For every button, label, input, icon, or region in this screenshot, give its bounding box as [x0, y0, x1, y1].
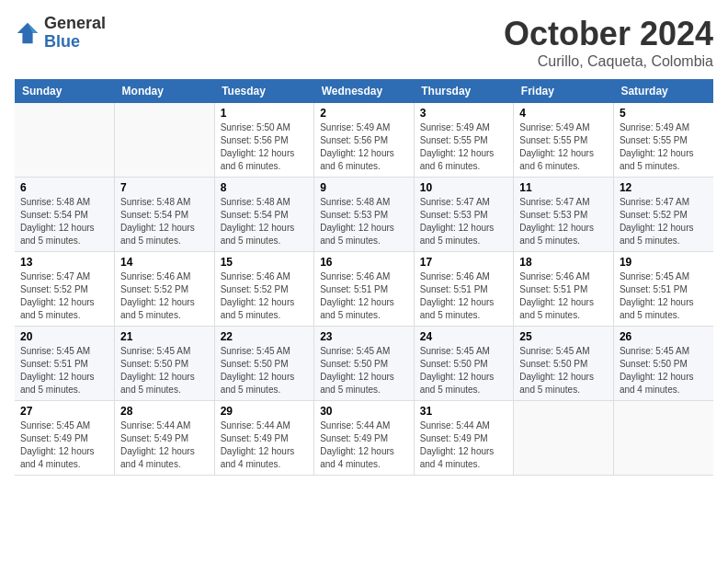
day-info: Sunrise: 5:49 AMSunset: 5:55 PMDaylight:… — [519, 121, 608, 173]
day-number: 24 — [420, 330, 508, 343]
day-info: Sunrise: 5:45 AMSunset: 5:51 PMDaylight:… — [20, 345, 108, 396]
day-number: 26 — [620, 330, 708, 343]
day-info: Sunrise: 5:48 AMSunset: 5:54 PMDaylight:… — [20, 196, 108, 247]
calendar-cell: 21Sunrise: 5:45 AMSunset: 5:50 PMDayligh… — [115, 327, 215, 401]
day-number: 23 — [320, 330, 408, 343]
calendar-cell — [613, 401, 713, 476]
day-info: Sunrise: 5:47 AMSunset: 5:53 PMDaylight:… — [420, 196, 508, 247]
calendar-cell: 16Sunrise: 5:46 AMSunset: 5:51 PMDayligh… — [314, 252, 415, 327]
day-info: Sunrise: 5:44 AMSunset: 5:49 PMDaylight:… — [120, 419, 209, 471]
day-number: 21 — [120, 330, 209, 343]
day-info: Sunrise: 5:46 AMSunset: 5:51 PMDaylight:… — [519, 270, 608, 322]
calendar-cell: 1Sunrise: 5:50 AMSunset: 5:56 PMDaylight… — [214, 103, 314, 178]
day-number: 3 — [420, 107, 508, 120]
calendar-cell: 29Sunrise: 5:44 AMSunset: 5:49 PMDayligh… — [214, 401, 314, 476]
day-info: Sunrise: 5:48 AMSunset: 5:53 PMDaylight:… — [320, 196, 408, 247]
day-info: Sunrise: 5:47 AMSunset: 5:53 PMDaylight:… — [519, 196, 608, 247]
calendar-cell: 14Sunrise: 5:46 AMSunset: 5:52 PMDayligh… — [115, 252, 215, 327]
calendar-cell — [115, 103, 215, 178]
calendar-cell: 19Sunrise: 5:45 AMSunset: 5:51 PMDayligh… — [613, 252, 713, 327]
day-number: 19 — [620, 256, 708, 269]
calendar-cell: 24Sunrise: 5:45 AMSunset: 5:50 PMDayligh… — [414, 327, 514, 401]
col-wednesday: Wednesday — [314, 79, 415, 103]
day-info: Sunrise: 5:46 AMSunset: 5:51 PMDaylight:… — [420, 270, 508, 322]
col-sunday: Sunday — [15, 79, 115, 103]
calendar-cell: 2Sunrise: 5:49 AMSunset: 5:56 PMDaylight… — [314, 103, 415, 178]
day-info: Sunrise: 5:45 AMSunset: 5:50 PMDaylight:… — [519, 345, 608, 396]
day-number: 1 — [221, 107, 309, 120]
day-number: 13 — [20, 256, 108, 269]
day-number: 9 — [320, 181, 408, 194]
day-info: Sunrise: 5:47 AMSunset: 5:52 PMDaylight:… — [620, 196, 708, 247]
day-number: 15 — [221, 256, 309, 269]
calendar-cell: 27Sunrise: 5:45 AMSunset: 5:49 PMDayligh… — [15, 401, 115, 476]
day-info: Sunrise: 5:45 AMSunset: 5:50 PMDaylight:… — [120, 345, 209, 396]
calendar-cell: 6Sunrise: 5:48 AMSunset: 5:54 PMDaylight… — [15, 178, 115, 252]
calendar-week-5: 27Sunrise: 5:45 AMSunset: 5:49 PMDayligh… — [15, 401, 713, 476]
logo-blue-text: Blue — [44, 33, 106, 52]
day-number: 28 — [120, 405, 209, 418]
day-info: Sunrise: 5:46 AMSunset: 5:52 PMDaylight:… — [221, 270, 309, 322]
calendar-cell — [15, 103, 115, 178]
calendar-header: Sunday Monday Tuesday Wednesday Thursday… — [15, 79, 713, 103]
day-number: 25 — [519, 330, 608, 343]
calendar-cell: 20Sunrise: 5:45 AMSunset: 5:51 PMDayligh… — [15, 327, 115, 401]
day-number: 16 — [320, 256, 408, 269]
day-info: Sunrise: 5:47 AMSunset: 5:52 PMDaylight:… — [20, 270, 108, 322]
day-info: Sunrise: 5:49 AMSunset: 5:56 PMDaylight:… — [320, 121, 408, 173]
day-number: 7 — [120, 181, 209, 194]
day-number: 5 — [620, 107, 708, 120]
calendar-cell: 9Sunrise: 5:48 AMSunset: 5:53 PMDaylight… — [314, 178, 415, 252]
day-number: 30 — [320, 405, 408, 418]
col-saturday: Saturday — [613, 79, 713, 103]
calendar-cell: 3Sunrise: 5:49 AMSunset: 5:55 PMDaylight… — [414, 103, 514, 178]
calendar-cell: 4Sunrise: 5:49 AMSunset: 5:55 PMDaylight… — [514, 103, 614, 178]
day-info: Sunrise: 5:45 AMSunset: 5:50 PMDaylight:… — [620, 345, 708, 396]
calendar-cell: 5Sunrise: 5:49 AMSunset: 5:55 PMDaylight… — [613, 103, 713, 178]
col-friday: Friday — [514, 79, 614, 103]
header-row: Sunday Monday Tuesday Wednesday Thursday… — [15, 79, 713, 103]
calendar-cell: 22Sunrise: 5:45 AMSunset: 5:50 PMDayligh… — [214, 327, 314, 401]
calendar-week-4: 20Sunrise: 5:45 AMSunset: 5:51 PMDayligh… — [15, 327, 713, 401]
day-number: 10 — [420, 181, 508, 194]
calendar-cell: 18Sunrise: 5:46 AMSunset: 5:51 PMDayligh… — [514, 252, 614, 327]
day-info: Sunrise: 5:44 AMSunset: 5:49 PMDaylight:… — [320, 419, 408, 471]
calendar-cell: 12Sunrise: 5:47 AMSunset: 5:52 PMDayligh… — [613, 178, 713, 252]
page-header: General Blue October 2024 Curillo, Caque… — [15, 15, 713, 70]
title-area: October 2024 Curillo, Caqueta, Colombia — [504, 15, 713, 70]
day-number: 12 — [620, 181, 708, 194]
day-number: 6 — [20, 181, 108, 194]
calendar-cell: 17Sunrise: 5:46 AMSunset: 5:51 PMDayligh… — [414, 252, 514, 327]
calendar-week-3: 13Sunrise: 5:47 AMSunset: 5:52 PMDayligh… — [15, 252, 713, 327]
month-title: October 2024 — [504, 15, 713, 53]
calendar-cell: 8Sunrise: 5:48 AMSunset: 5:54 PMDaylight… — [214, 178, 314, 252]
calendar-cell: 28Sunrise: 5:44 AMSunset: 5:49 PMDayligh… — [115, 401, 215, 476]
col-monday: Monday — [115, 79, 215, 103]
day-number: 27 — [20, 405, 108, 418]
day-info: Sunrise: 5:46 AMSunset: 5:52 PMDaylight:… — [120, 270, 209, 322]
logo-text: General Blue — [44, 15, 106, 52]
logo: General Blue — [15, 15, 106, 52]
day-number: 8 — [221, 181, 309, 194]
calendar-cell: 23Sunrise: 5:45 AMSunset: 5:50 PMDayligh… — [314, 327, 415, 401]
day-info: Sunrise: 5:48 AMSunset: 5:54 PMDaylight:… — [120, 196, 209, 247]
day-info: Sunrise: 5:44 AMSunset: 5:49 PMDaylight:… — [221, 419, 309, 471]
day-number: 18 — [519, 256, 608, 269]
day-info: Sunrise: 5:45 AMSunset: 5:50 PMDaylight:… — [320, 345, 408, 396]
day-info: Sunrise: 5:46 AMSunset: 5:51 PMDaylight:… — [320, 270, 408, 322]
day-info: Sunrise: 5:45 AMSunset: 5:50 PMDaylight:… — [221, 345, 309, 396]
calendar-cell: 26Sunrise: 5:45 AMSunset: 5:50 PMDayligh… — [613, 327, 713, 401]
day-number: 4 — [519, 107, 608, 120]
col-tuesday: Tuesday — [214, 79, 314, 103]
day-info: Sunrise: 5:45 AMSunset: 5:50 PMDaylight:… — [420, 345, 508, 396]
day-number: 29 — [221, 405, 309, 418]
calendar-table: Sunday Monday Tuesday Wednesday Thursday… — [15, 79, 713, 476]
calendar-cell: 7Sunrise: 5:48 AMSunset: 5:54 PMDaylight… — [115, 178, 215, 252]
calendar-cell: 31Sunrise: 5:44 AMSunset: 5:49 PMDayligh… — [414, 401, 514, 476]
calendar-body: 1Sunrise: 5:50 AMSunset: 5:56 PMDaylight… — [15, 103, 713, 476]
calendar-cell: 11Sunrise: 5:47 AMSunset: 5:53 PMDayligh… — [514, 178, 614, 252]
calendar-cell: 15Sunrise: 5:46 AMSunset: 5:52 PMDayligh… — [214, 252, 314, 327]
calendar-week-2: 6Sunrise: 5:48 AMSunset: 5:54 PMDaylight… — [15, 178, 713, 252]
day-info: Sunrise: 5:48 AMSunset: 5:54 PMDaylight:… — [221, 196, 309, 247]
calendar-week-1: 1Sunrise: 5:50 AMSunset: 5:56 PMDaylight… — [15, 103, 713, 178]
